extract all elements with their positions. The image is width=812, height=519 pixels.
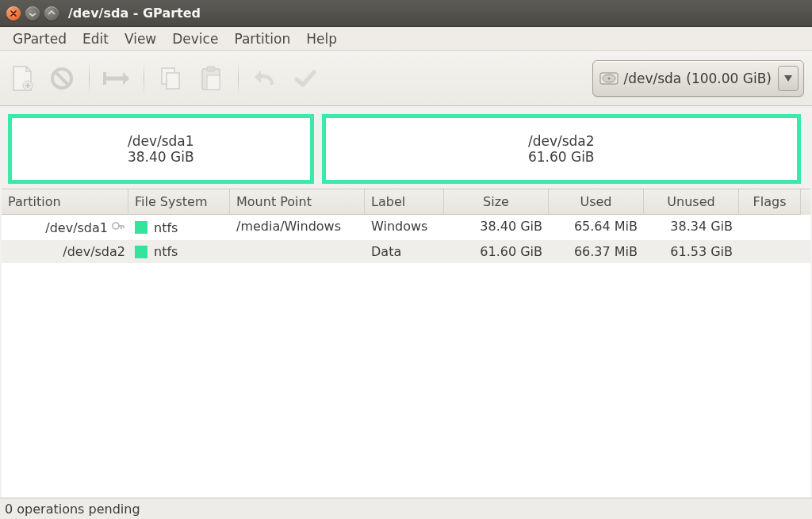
copy-button[interactable] bbox=[157, 64, 186, 93]
device-selector[interactable]: /dev/sda (100.00 GiB) bbox=[592, 60, 804, 97]
cell-mountpoint bbox=[230, 240, 365, 263]
undo-button[interactable] bbox=[251, 64, 280, 93]
col-partition[interactable]: Partition bbox=[2, 189, 128, 215]
svg-rect-6 bbox=[207, 67, 215, 71]
undo-icon bbox=[253, 67, 278, 90]
window-title: /dev/sda - GParted bbox=[68, 6, 201, 21]
table-row[interactable]: /dev/sda1 ntfs /media/Windows Windows 38… bbox=[2, 215, 810, 240]
device-path: /dev/sda bbox=[623, 71, 681, 86]
status-text: 0 operations pending bbox=[5, 502, 140, 517]
document-new-icon bbox=[10, 65, 34, 92]
device-size: (100.00 GiB) bbox=[686, 71, 772, 86]
resize-move-button[interactable] bbox=[102, 64, 131, 93]
cell-fs: ntfs bbox=[154, 220, 178, 235]
toolbar: /dev/sda (100.00 GiB) bbox=[0, 51, 812, 106]
svg-rect-4 bbox=[167, 73, 179, 89]
cell-size: 61.60 GiB bbox=[444, 240, 549, 263]
menu-view[interactable]: View bbox=[117, 29, 164, 49]
resize-arrow-icon bbox=[102, 67, 131, 90]
device-dropdown-toggle[interactable] bbox=[778, 66, 799, 91]
col-flags[interactable]: Flags bbox=[739, 189, 801, 215]
menu-edit[interactable]: Edit bbox=[75, 29, 117, 49]
hard-disk-icon bbox=[599, 70, 619, 87]
menu-help[interactable]: Help bbox=[298, 29, 345, 49]
new-partition-button[interactable] bbox=[8, 64, 36, 93]
col-label[interactable]: Label bbox=[365, 189, 444, 215]
cell-fs: ntfs bbox=[154, 244, 178, 259]
window-controls bbox=[6, 6, 59, 21]
toolbar-separator bbox=[238, 62, 239, 95]
fs-color-swatch bbox=[135, 246, 147, 258]
svg-rect-2 bbox=[103, 72, 106, 85]
cell-size: 38.40 GiB bbox=[444, 215, 549, 240]
partition-graph: /dev/sda1 38.40 GiB /dev/sda2 61.60 GiB bbox=[0, 106, 812, 189]
menu-device[interactable]: Device bbox=[164, 29, 226, 49]
minimize-button[interactable] bbox=[25, 6, 40, 21]
col-size[interactable]: Size bbox=[444, 189, 549, 215]
statusbar: 0 operations pending bbox=[0, 498, 812, 519]
paste-button[interactable] bbox=[197, 64, 225, 93]
cell-mountpoint: /media/Windows bbox=[230, 215, 365, 240]
svg-point-11 bbox=[113, 223, 119, 229]
lock-key-icon bbox=[111, 219, 125, 236]
close-button[interactable] bbox=[6, 6, 21, 21]
forbidden-icon bbox=[49, 66, 75, 91]
graph-part-size: 38.40 GiB bbox=[128, 149, 194, 165]
delete-partition-button[interactable] bbox=[48, 64, 76, 93]
fs-color-swatch bbox=[135, 221, 147, 234]
toolbar-separator bbox=[89, 62, 90, 95]
graph-part-name: /dev/sda1 bbox=[128, 133, 194, 149]
menubar: GParted Edit View Device Partition Help bbox=[0, 27, 812, 51]
col-used[interactable]: Used bbox=[549, 189, 644, 215]
svg-rect-7 bbox=[207, 75, 220, 90]
table-header: Partition File System Mount Point Label … bbox=[2, 189, 810, 215]
maximize-button[interactable] bbox=[44, 6, 59, 21]
triangle-down-icon bbox=[784, 75, 792, 82]
titlebar: /dev/sda - GParted bbox=[0, 0, 812, 27]
cell-flags bbox=[739, 215, 801, 240]
app-window: /dev/sda - GParted GParted Edit View Dev… bbox=[0, 0, 812, 519]
cell-partition: /dev/sda1 bbox=[45, 220, 108, 235]
copy-icon bbox=[159, 66, 183, 91]
col-unused[interactable]: Unused bbox=[644, 189, 739, 215]
toolbar-separator bbox=[144, 62, 144, 95]
graph-part-size: 61.60 GiB bbox=[528, 149, 595, 165]
paste-icon bbox=[199, 65, 223, 92]
col-filesystem[interactable]: File System bbox=[128, 189, 230, 215]
partition-table: Partition File System Mount Point Label … bbox=[2, 189, 810, 498]
cell-used: 65.64 MiB bbox=[549, 215, 644, 240]
checkmark-icon bbox=[293, 67, 317, 90]
graph-partition-sda2[interactable]: /dev/sda2 61.60 GiB bbox=[322, 114, 801, 184]
col-mountpoint[interactable]: Mount Point bbox=[230, 189, 365, 215]
menu-partition[interactable]: Partition bbox=[226, 29, 298, 49]
cell-used: 66.37 MiB bbox=[549, 240, 644, 263]
cell-partition: /dev/sda2 bbox=[63, 244, 125, 259]
cell-flags bbox=[739, 240, 801, 263]
graph-part-name: /dev/sda2 bbox=[528, 133, 595, 149]
graph-partition-sda1[interactable]: /dev/sda1 38.40 GiB bbox=[8, 114, 314, 184]
menu-gparted[interactable]: GParted bbox=[5, 29, 75, 49]
svg-point-10 bbox=[608, 77, 611, 79]
table-body: /dev/sda1 ntfs /media/Windows Windows 38… bbox=[2, 215, 810, 498]
cell-unused: 61.53 GiB bbox=[644, 240, 739, 263]
cell-unused: 38.34 GiB bbox=[644, 215, 739, 240]
apply-button[interactable] bbox=[291, 64, 320, 93]
cell-label: Data bbox=[365, 240, 444, 263]
cell-label: Windows bbox=[365, 215, 444, 240]
table-row[interactable]: /dev/sda2 ntfs Data 61.60 GiB 66.37 MiB … bbox=[2, 240, 810, 263]
